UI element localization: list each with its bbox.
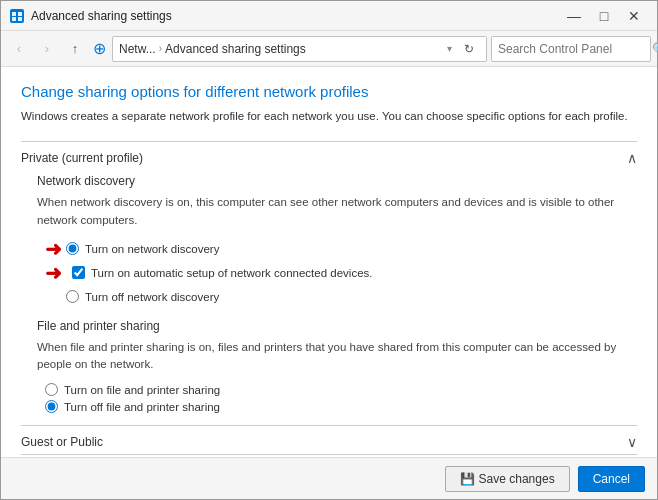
save-button[interactable]: 💾 Save changes — [445, 466, 570, 492]
address-chevron-icon[interactable]: ▾ — [445, 43, 454, 54]
address-sep1: › — [159, 43, 162, 54]
network-discovery-options: ➜ Turn on network discovery ➜ Turn — [45, 239, 637, 307]
auto-setup-row: ➜ Turn on automatic setup of network con… — [45, 263, 637, 283]
window-controls: — □ ✕ — [559, 1, 649, 31]
file-sharing-title: File and printer sharing — [37, 319, 637, 333]
auto-setup-text: Turn on automatic setup of network conne… — [91, 267, 372, 279]
window-icon — [9, 8, 25, 24]
main-window: Advanced sharing settings — □ ✕ ‹ › ↑ ⊕ … — [0, 0, 658, 500]
file-sharing-off-label[interactable]: Turn off file and printer sharing — [45, 400, 637, 413]
address-crumb2: Advanced sharing settings — [165, 42, 306, 56]
window-title: Advanced sharing settings — [31, 9, 559, 23]
arrow-on-icon: ➜ — [45, 239, 62, 259]
page-title: Change sharing options for different net… — [21, 83, 637, 100]
forward-button[interactable]: › — [35, 37, 59, 61]
section-private-header[interactable]: Private (current profile) ∧ — [21, 142, 637, 170]
network-discovery-off-radio[interactable] — [66, 290, 79, 303]
svg-rect-4 — [18, 17, 22, 21]
file-sharing-on-text: Turn on file and printer sharing — [64, 384, 220, 396]
save-label: Save changes — [479, 472, 555, 486]
network-discovery-on-radio[interactable] — [66, 242, 79, 255]
cancel-label: Cancel — [593, 472, 630, 486]
section-guest: Guest or Public ∨ — [21, 425, 637, 454]
network-discovery-off-row: ➜ Turn off network discovery — [45, 287, 637, 307]
close-button[interactable]: ✕ — [619, 1, 649, 31]
file-sharing-off-radio[interactable] — [45, 400, 58, 413]
section-private-chevron: ∧ — [627, 150, 637, 166]
auto-setup-label[interactable]: Turn on automatic setup of network conne… — [72, 266, 372, 279]
network-discovery-on-label[interactable]: Turn on network discovery — [66, 242, 219, 255]
section-private-title: Private (current profile) — [21, 151, 143, 165]
network-discovery-title: Network discovery — [37, 174, 637, 188]
section-guest-header[interactable]: Guest or Public ∨ — [21, 426, 637, 454]
cancel-button[interactable]: Cancel — [578, 466, 645, 492]
section-private-content: Network discovery When network discovery… — [21, 170, 637, 425]
network-discovery-desc: When network discovery is on, this compu… — [37, 194, 637, 229]
file-sharing-desc: When file and printer sharing is on, fil… — [37, 339, 637, 374]
page-subtitle: Windows creates a separate network profi… — [21, 108, 637, 125]
search-input[interactable] — [498, 42, 648, 56]
content-area: Change sharing options for different net… — [1, 67, 657, 457]
save-icon: 💾 — [460, 472, 475, 486]
svg-rect-1 — [12, 12, 16, 16]
file-sharing-off-text: Turn off file and printer sharing — [64, 401, 220, 413]
svg-rect-2 — [18, 12, 22, 16]
network-discovery-off-text: Turn off network discovery — [85, 291, 219, 303]
search-box[interactable]: 🔍 — [491, 36, 651, 62]
back-button[interactable]: ‹ — [7, 37, 31, 61]
svg-rect-3 — [12, 17, 16, 21]
titlebar: Advanced sharing settings — □ ✕ — [1, 1, 657, 31]
network-discovery-on-row: ➜ Turn on network discovery — [45, 239, 637, 259]
arrow-auto-icon: ➜ — [45, 263, 62, 283]
search-icon: 🔍 — [652, 42, 658, 56]
auto-setup-checkbox[interactable] — [72, 266, 85, 279]
subsection-file-sharing: File and printer sharing When file and p… — [37, 319, 637, 414]
footer: 💾 Save changes Cancel — [1, 457, 657, 499]
network-icon: ⊕ — [93, 39, 106, 58]
maximize-button[interactable]: □ — [589, 1, 619, 31]
section-private: Private (current profile) ∧ Network disc… — [21, 141, 637, 425]
refresh-button[interactable]: ↻ — [458, 38, 480, 60]
network-discovery-on-text: Turn on network discovery — [85, 243, 219, 255]
address-bar[interactable]: Netw... › Advanced sharing settings ▾ ↻ — [112, 36, 487, 62]
file-sharing-on-label[interactable]: Turn on file and printer sharing — [45, 383, 637, 396]
file-sharing-options: Turn on file and printer sharing Turn of… — [45, 383, 637, 413]
subsection-network-discovery: Network discovery When network discovery… — [37, 174, 637, 307]
address-path: Netw... › Advanced sharing settings — [119, 42, 441, 56]
section-guest-chevron: ∨ — [627, 434, 637, 450]
section-guest-title: Guest or Public — [21, 435, 103, 449]
minimize-button[interactable]: — — [559, 1, 589, 31]
file-sharing-on-radio[interactable] — [45, 383, 58, 396]
up-button[interactable]: ↑ — [63, 37, 87, 61]
network-discovery-off-label[interactable]: Turn off network discovery — [66, 290, 219, 303]
address-crumb1: Netw... — [119, 42, 156, 56]
toolbar: ‹ › ↑ ⊕ Netw... › Advanced sharing setti… — [1, 31, 657, 67]
